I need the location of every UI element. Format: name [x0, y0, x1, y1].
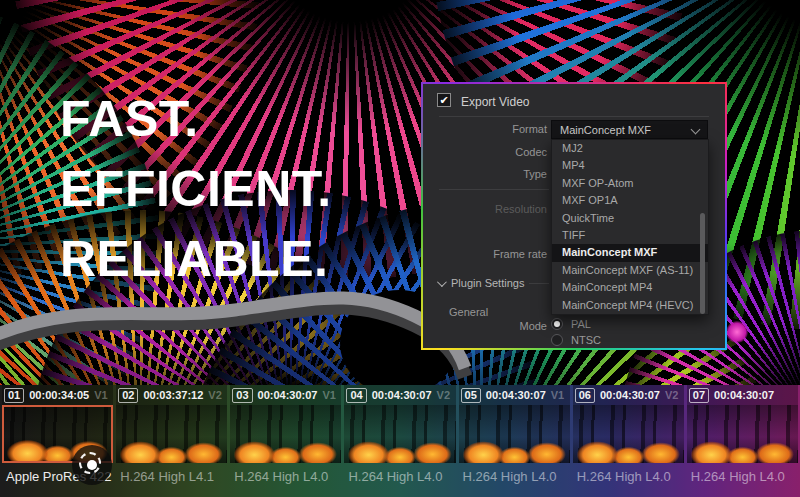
resolution-label: Resolution	[495, 203, 547, 215]
promo-screenshot: { "headline": { "line1": "FAST.", "line2…	[0, 0, 800, 497]
format-dropdown-list: MJ2 MP4 MXF OP-Atom MXF OP1A QuickTime T…	[551, 139, 709, 315]
dropdown-option[interactable]: MXF OP1A	[552, 192, 708, 209]
dropdown-option-selected[interactable]: MainConcept MXF	[552, 244, 708, 261]
magenta-bokeh-dot	[726, 321, 748, 343]
clip-track-label: V1	[322, 389, 335, 401]
clip-track-label: V1	[94, 389, 107, 401]
clip-codec-label: H.264 High L4.0	[573, 463, 684, 497]
timeline-clip-03[interactable]: 03 00:04:30:07 V1 H.264 High L4.0	[230, 385, 341, 497]
headline-line-fast: FAST.	[60, 84, 332, 154]
chevron-down-icon	[691, 125, 701, 135]
clip-timecode: 00:00:34:05	[29, 389, 89, 401]
clip-header: 04 00:04:30:07 V2	[344, 385, 455, 405]
clip-number-badge: 02	[118, 388, 138, 403]
format-label: Format	[512, 123, 547, 135]
dropdown-option[interactable]: QuickTime	[552, 210, 708, 227]
clip-header: 03 00:04:30:07 V1	[230, 385, 341, 405]
type-label: Type	[523, 168, 547, 180]
plugin-settings-label: Plugin Settings	[451, 277, 524, 289]
clip-thumbnail[interactable]	[344, 405, 455, 463]
export-panel-body: ✔ Export Video Format MainConcept MXF Co…	[423, 84, 725, 348]
clip-header: 01 00:00:34:05 V1	[2, 385, 113, 405]
codec-label: Codec	[515, 146, 547, 158]
clip-codec-label: H.264 High L4.0	[687, 463, 798, 497]
timeline-clip-05[interactable]: 05 00:04:30:07 V1 H.264 High L4.0	[459, 385, 570, 497]
clip-codec-label: H.264 High L4.0	[344, 463, 455, 497]
clip-thumbnail[interactable]	[116, 405, 227, 463]
mode-option-pal[interactable]: PAL	[551, 318, 591, 330]
clip-codec-label: H.264 High L4.1	[116, 463, 227, 497]
chevron-down-icon	[437, 277, 447, 287]
timeline-clip-02[interactable]: 02 00:03:37:12 V2 H.264 High L4.1	[116, 385, 227, 497]
frame-rate-label: Frame rate	[493, 248, 547, 260]
divider	[439, 116, 709, 117]
dropdown-option[interactable]: MainConcept MP4	[552, 279, 708, 296]
focus-reticle-icon	[72, 445, 112, 485]
ntsc-label: NTSC	[571, 334, 601, 346]
dropdown-option[interactable]: MJ2	[552, 140, 708, 157]
clip-timecode: 00:03:37:12	[143, 389, 203, 401]
clip-header: 02 00:03:37:12 V2	[116, 385, 227, 405]
clip-timecode: 00:04:30:07	[258, 389, 318, 401]
clip-number-badge: 03	[232, 388, 252, 403]
clip-codec-label: H.264 High L4.0	[230, 463, 341, 497]
pal-label: PAL	[571, 318, 591, 330]
dropdown-option[interactable]: MainConcept MP4 (HEVC)	[552, 297, 708, 314]
clip-timecode: 00:04:30:07	[372, 389, 432, 401]
reticle-center-dot	[87, 460, 97, 470]
headline-line-efficient: EFFICIENT.	[60, 154, 332, 224]
headline-line-reliable: RELIABLE.	[60, 224, 332, 294]
dropdown-option[interactable]: TIFF	[552, 227, 708, 244]
radio-unselected-icon[interactable]	[551, 334, 563, 346]
divider	[529, 283, 549, 284]
clip-thumbnail[interactable]	[459, 405, 570, 463]
timeline-clip-04[interactable]: 04 00:04:30:07 V2 H.264 High L4.0	[344, 385, 455, 497]
clip-timecode: 00:04:30:07	[486, 389, 546, 401]
clip-track-label: V2	[437, 389, 450, 401]
clip-number-badge: 06	[575, 388, 595, 403]
mode-option-ntsc[interactable]: NTSC	[551, 334, 601, 346]
clip-codec-label: H.264 High L4.0	[459, 463, 570, 497]
timeline-clip-06[interactable]: 06 00:04:30:07 V2 H.264 High L4.0	[573, 385, 684, 497]
mode-label: Mode	[519, 320, 547, 332]
clip-thumbnail[interactable]	[230, 405, 341, 463]
export-video-checkbox[interactable]: ✔	[437, 93, 451, 107]
format-dropdown[interactable]: MainConcept MXF	[551, 120, 708, 139]
format-value: MainConcept MXF	[560, 124, 651, 136]
dropdown-option[interactable]: MP4	[552, 157, 708, 174]
plugin-settings-toggle[interactable]: Plugin Settings	[437, 277, 524, 289]
clip-thumbnail[interactable]	[573, 405, 684, 463]
radio-selected-icon[interactable]	[551, 318, 563, 330]
dropdown-option[interactable]: MainConcept MXF (AS-11)	[552, 262, 708, 279]
clip-number-badge: 05	[461, 388, 481, 403]
clip-track-label: V2	[208, 389, 221, 401]
clip-timecode: 00:04:30:07	[714, 389, 774, 401]
clip-number-badge: 01	[4, 388, 24, 403]
clip-number-badge: 07	[689, 388, 709, 403]
clip-track-label: V1	[551, 389, 564, 401]
clip-track-label: V2	[665, 389, 678, 401]
clip-header: 05 00:04:30:07 V1	[459, 385, 570, 405]
general-label: General	[449, 306, 488, 318]
clip-header: 06 00:04:30:07 V2	[573, 385, 684, 405]
clip-thumbnail[interactable]	[687, 405, 798, 463]
timeline-strip: 01 00:00:34:05 V1 Apple ProRes 422 02 00…	[0, 385, 800, 497]
dropdown-option[interactable]: MXF OP-Atom	[552, 175, 708, 192]
clip-number-badge: 04	[346, 388, 366, 403]
dropdown-scrollbar[interactable]	[700, 213, 705, 314]
export-panel: ✔ Export Video Format MainConcept MXF Co…	[421, 82, 727, 350]
clip-header: 07 00:04:30:07	[687, 385, 798, 405]
export-video-label: Export Video	[461, 95, 530, 109]
divider	[439, 189, 549, 190]
timeline-clips: 01 00:00:34:05 V1 Apple ProRes 422 02 00…	[0, 385, 800, 497]
headline: FAST. EFFICIENT. RELIABLE.	[60, 84, 332, 294]
clip-timecode: 00:04:30:07	[600, 389, 660, 401]
timeline-clip-07[interactable]: 07 00:04:30:07 H.264 High L4.0	[687, 385, 798, 497]
